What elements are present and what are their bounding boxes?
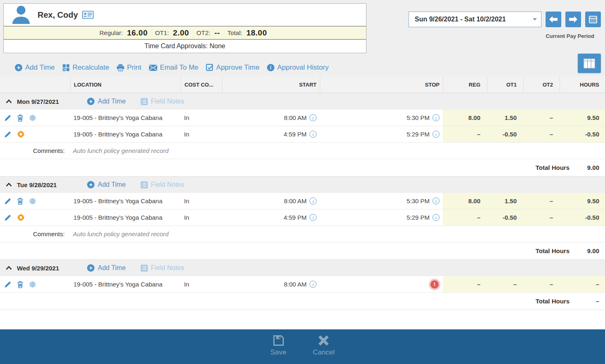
day-add-time-button[interactable]: + Add Time <box>87 264 126 272</box>
start-info-icon[interactable]: i <box>310 114 317 121</box>
ot2-value: – <box>523 209 560 225</box>
total-hours-value: – <box>570 298 605 305</box>
pay-period-select[interactable]: Sun 9/26/2021 - Sat 10/2/2021 <box>409 12 541 27</box>
prev-period-button[interactable] <box>546 12 561 27</box>
ot2-value: – <box>523 193 560 209</box>
regular-label: Regular: <box>99 29 123 36</box>
grid-view-button[interactable] <box>578 54 601 73</box>
ot2-value: – <box>523 276 560 292</box>
start-info-icon[interactable]: i <box>310 214 317 221</box>
time-record-row: 19-005 - Brittney's Yoga Cabana In 8:00 … <box>0 110 605 126</box>
recalculate-button[interactable]: Recalculate <box>62 63 109 72</box>
day-header: Mon 9/27/2021 + Add Time Field Notes <box>0 93 605 110</box>
cost-code-value: In <box>181 126 222 142</box>
hours-value: -0.50 <box>560 209 605 225</box>
cost-code-value: In <box>181 276 222 292</box>
ot2-label: OT2: <box>196 29 210 36</box>
gps-globe-icon[interactable] <box>29 197 36 205</box>
day-total-row: Total Hours – <box>0 293 605 310</box>
hours-value: – <box>560 276 605 292</box>
start-info-icon[interactable]: i <box>310 131 317 138</box>
print-button[interactable]: Print <box>117 63 142 72</box>
edit-pencil-icon[interactable] <box>4 197 12 205</box>
edit-pencil-icon[interactable] <box>4 131 12 138</box>
check-square-icon <box>206 64 213 71</box>
recalculate-icon <box>62 64 70 71</box>
hours-value: 9.50 <box>560 193 605 209</box>
day-section-wed: Wed 9/29/2021 + Add Time Field Notes 19-… <box>0 260 605 310</box>
employee-card: Rex, Cody Regular: 16.00 OT1: 2.00 OT2: … <box>3 3 366 53</box>
hours-summary: Regular: 16.00 OT1: 2.00 OT2: -- Total: … <box>4 26 366 40</box>
approval-history-button[interactable]: i Approval History <box>267 63 329 72</box>
avatar <box>10 4 32 26</box>
id-card-icon[interactable] <box>82 11 94 19</box>
header-stop: STOP <box>320 76 443 93</box>
day-date: Tue 9/28/2021 <box>17 181 78 188</box>
gps-globe-icon[interactable] <box>29 281 36 288</box>
field-notes-button[interactable]: Field Notes <box>141 264 184 272</box>
collapse-chevron-icon[interactable] <box>6 183 12 187</box>
regular-value: 16.00 <box>127 28 148 38</box>
gps-globe-icon[interactable] <box>29 114 36 122</box>
reg-value: 8.00 <box>443 193 487 209</box>
pay-period-range: Sun 9/26/2021 - Sat 10/2/2021 <box>415 16 533 23</box>
next-period-button[interactable] <box>565 12 581 27</box>
day-total-row: Total Hours 9.00 <box>0 242 605 260</box>
stop-time: 5:30 PM <box>406 114 430 121</box>
delete-trash-icon[interactable] <box>17 281 24 288</box>
collapse-chevron-icon[interactable] <box>6 266 12 270</box>
policy-gear-icon[interactable] <box>17 214 25 221</box>
start-time: 4:59 PM <box>284 214 307 221</box>
employee-name: Rex, Cody <box>38 10 78 20</box>
approve-time-button[interactable]: Approve Time <box>206 63 260 72</box>
day-date: Mon 9/27/2021 <box>17 98 78 105</box>
total-label: Total: <box>227 29 242 36</box>
day-add-time-button[interactable]: + Add Time <box>87 181 126 188</box>
time-record-row-autolunch: 19-005 - Brittney's Yoga Cabana In 4:59 … <box>0 126 605 143</box>
field-notes-button[interactable]: Field Notes <box>141 98 184 105</box>
print-label: Print <box>127 63 142 72</box>
stop-info-icon[interactable]: i <box>432 131 440 138</box>
total-hours-label: Total Hours <box>536 247 570 254</box>
policy-gear-icon[interactable] <box>17 130 25 138</box>
delete-trash-icon[interactable] <box>17 197 24 205</box>
start-info-icon[interactable]: i <box>310 197 317 204</box>
envelope-icon <box>149 65 157 71</box>
cancel-x-icon <box>317 334 330 347</box>
header-location: LOCATION <box>70 76 181 93</box>
save-floppy-icon <box>272 334 285 347</box>
edit-pencil-icon[interactable] <box>4 214 12 221</box>
ot1-value: -0.50 <box>487 126 523 142</box>
save-button[interactable]: Save <box>270 334 286 364</box>
day-add-time-button[interactable]: + Add Time <box>87 98 126 105</box>
start-info-icon[interactable]: i <box>310 281 317 288</box>
edit-pencil-icon[interactable] <box>4 114 12 122</box>
header-hours: HOURS <box>560 76 605 93</box>
header-ot1: OT1 <box>487 76 523 93</box>
collapse-chevron-icon[interactable] <box>6 99 12 103</box>
ot2-value: -- <box>214 28 220 38</box>
add-time-button[interactable]: + Add Time <box>15 63 55 72</box>
chevron-down-icon <box>533 18 537 21</box>
total-hours-value: 9.00 <box>570 164 605 171</box>
delete-trash-icon[interactable] <box>17 114 24 122</box>
cancel-button[interactable]: Cancel <box>313 334 335 364</box>
time-record-row: 19-005 - Brittney's Yoga Cabana In 8:00 … <box>0 276 605 293</box>
stop-info-icon[interactable]: i <box>432 114 440 121</box>
hours-value: 9.50 <box>560 110 605 126</box>
calendar-button[interactable] <box>585 12 601 27</box>
ot2-value: – <box>523 110 560 126</box>
stop-info-icon[interactable]: i <box>432 197 440 204</box>
recalculate-label: Recalculate <box>73 63 109 72</box>
field-notes-button[interactable]: Field Notes <box>141 181 184 188</box>
edit-pencil-icon[interactable] <box>4 281 12 288</box>
stop-time: 5:29 PM <box>406 214 430 221</box>
cancel-label: Cancel <box>313 348 335 357</box>
stop-info-icon[interactable]: i <box>432 214 440 221</box>
top-band: Rex, Cody Regular: 16.00 OT1: 2.00 OT2: … <box>0 0 605 76</box>
timecard-approvals: Time Card Approvals: None <box>4 40 366 53</box>
footer-bar: Save Cancel <box>0 329 605 364</box>
stop-error-icon[interactable]: ! <box>430 280 439 289</box>
email-to-me-button[interactable]: Email To Me <box>149 63 199 72</box>
reg-value: – <box>443 276 487 292</box>
